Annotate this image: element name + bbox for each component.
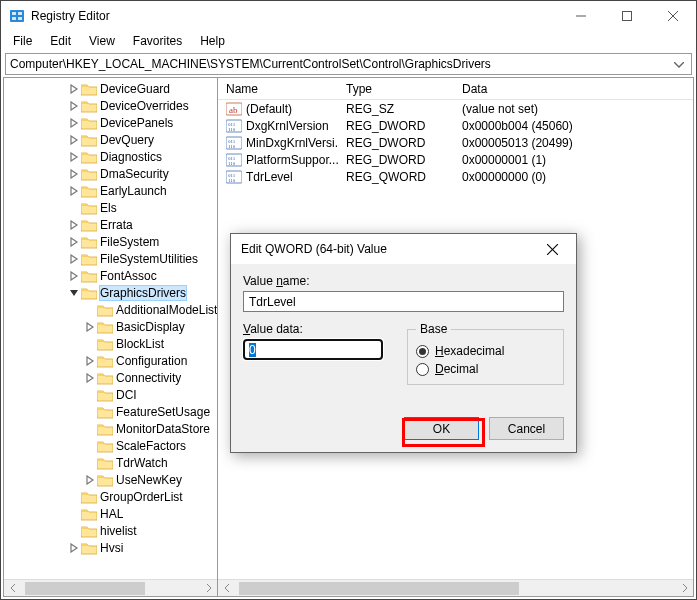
col-header-data[interactable]: Data	[454, 78, 693, 99]
radio-decimal[interactable]: Decimal	[416, 362, 555, 376]
maximize-button[interactable]	[604, 1, 650, 31]
tree-item[interactable]: hivelist	[4, 522, 217, 539]
tree-item-label: DeviceOverrides	[100, 99, 189, 113]
radio-icon[interactable]	[416, 363, 429, 376]
value-name-input[interactable]	[243, 291, 564, 312]
tree-item-label: hivelist	[100, 524, 137, 538]
address-text[interactable]: Computer\HKEY_LOCAL_MACHINE\SYSTEM\Curre…	[10, 57, 671, 71]
chevron-right-icon[interactable]	[68, 542, 80, 554]
folder-icon	[81, 116, 97, 130]
svg-rect-6	[623, 12, 632, 21]
ok-button[interactable]: OK	[404, 417, 479, 440]
tree-item[interactable]: FontAssoc	[4, 267, 217, 284]
chevron-right-icon[interactable]	[68, 219, 80, 231]
dialog-title: Edit QWORD (64-bit) Value	[241, 242, 530, 256]
scroll-left-icon[interactable]	[4, 580, 21, 597]
scrollbar-thumb[interactable]	[239, 582, 519, 595]
folder-icon	[97, 320, 113, 334]
tree-item[interactable]: FileSystem	[4, 233, 217, 250]
tree-item[interactable]: FileSystemUtilities	[4, 250, 217, 267]
tree-item[interactable]: Els	[4, 199, 217, 216]
chevron-right-icon[interactable]	[84, 355, 96, 367]
list-horizontal-scrollbar[interactable]	[218, 579, 693, 596]
tree-item[interactable]: GraphicsDrivers	[4, 284, 217, 301]
value-row[interactable]: TdrLevelREG_QWORD0x00000000 (0)	[218, 168, 693, 185]
chevron-right-icon[interactable]	[68, 100, 80, 112]
tree-item[interactable]: DeviceOverrides	[4, 97, 217, 114]
chevron-right-icon[interactable]	[68, 151, 80, 163]
folder-icon	[81, 252, 97, 266]
chevron-right-icon[interactable]	[84, 474, 96, 486]
menu-edit[interactable]: Edit	[42, 32, 79, 50]
menu-file[interactable]: File	[5, 32, 40, 50]
chevron-right-icon[interactable]	[68, 83, 80, 95]
tree-item-label: FeatureSetUsage	[116, 405, 210, 419]
menu-help[interactable]: Help	[192, 32, 233, 50]
tree-item[interactable]: Configuration	[4, 352, 217, 369]
tree-item[interactable]: TdrWatch	[4, 454, 217, 471]
tree-item-label: Errata	[100, 218, 133, 232]
tree-item[interactable]: DmaSecurity	[4, 165, 217, 182]
chevron-right-icon[interactable]	[68, 168, 80, 180]
tree-item[interactable]: BlockList	[4, 335, 217, 352]
col-header-type[interactable]: Type	[338, 78, 454, 99]
tree-item[interactable]: GroupOrderList	[4, 488, 217, 505]
tree-item[interactable]: DevicePanels	[4, 114, 217, 131]
chevron-right-icon[interactable]	[68, 185, 80, 197]
folder-icon	[81, 507, 97, 521]
address-dropdown-icon[interactable]	[671, 57, 687, 71]
tree-item[interactable]: HAL	[4, 505, 217, 522]
value-row[interactable]: DxgKrnlVersionREG_DWORD0x0000b004 (45060…	[218, 117, 693, 134]
tree-item[interactable]: FeatureSetUsage	[4, 403, 217, 420]
menu-favorites[interactable]: Favorites	[125, 32, 190, 50]
tree-item[interactable]: Diagnostics	[4, 148, 217, 165]
tree-item[interactable]: MonitorDataStore	[4, 420, 217, 437]
tree-item[interactable]: DevQuery	[4, 131, 217, 148]
value-data-input[interactable]	[243, 339, 383, 360]
tree-item[interactable]: EarlyLaunch	[4, 182, 217, 199]
value-row[interactable]: PlatformSuppor...REG_DWORD0x00000001 (1)	[218, 151, 693, 168]
value-row[interactable]: MinDxgKrnlVersi...REG_DWORD0x00005013 (2…	[218, 134, 693, 151]
chevron-right-icon[interactable]	[68, 270, 80, 282]
tree[interactable]: DeviceGuardDeviceOverridesDevicePanelsDe…	[4, 78, 217, 579]
menu-view[interactable]: View	[81, 32, 123, 50]
folder-icon	[97, 337, 113, 351]
folder-icon	[97, 388, 113, 402]
radio-icon[interactable]	[416, 345, 429, 358]
chevron-right-icon[interactable]	[68, 134, 80, 146]
tree-item[interactable]: UseNewKey	[4, 471, 217, 488]
address-bar[interactable]: Computer\HKEY_LOCAL_MACHINE\SYSTEM\Curre…	[5, 53, 692, 75]
tree-item[interactable]: BasicDisplay	[4, 318, 217, 335]
chevron-right-icon[interactable]	[84, 321, 96, 333]
scrollbar-thumb[interactable]	[25, 582, 145, 595]
tree-item-label: EarlyLaunch	[100, 184, 167, 198]
cancel-button[interactable]: Cancel	[489, 417, 564, 440]
folder-icon	[97, 354, 113, 368]
tree-item[interactable]: DCI	[4, 386, 217, 403]
chevron-right-icon[interactable]	[68, 117, 80, 129]
tree-item-label: Configuration	[116, 354, 187, 368]
folder-icon	[81, 150, 97, 164]
col-header-name[interactable]: Name	[218, 78, 338, 99]
scroll-right-icon[interactable]	[676, 580, 693, 597]
tree-item[interactable]: Connectivity	[4, 369, 217, 386]
chevron-right-icon[interactable]	[68, 236, 80, 248]
scroll-left-icon[interactable]	[218, 580, 235, 597]
dialog-close-button[interactable]	[530, 235, 574, 263]
chevron-right-icon[interactable]	[84, 372, 96, 384]
tree-horizontal-scrollbar[interactable]	[4, 579, 217, 596]
chevron-right-icon[interactable]	[68, 253, 80, 265]
folder-icon	[81, 541, 97, 555]
value-row[interactable]: (Default)REG_SZ(value not set)	[218, 100, 693, 117]
tree-item[interactable]: Errata	[4, 216, 217, 233]
tree-item[interactable]: ScaleFactors	[4, 437, 217, 454]
chevron-down-icon[interactable]	[68, 287, 80, 299]
tree-item[interactable]: AdditionalModeLists	[4, 301, 217, 318]
value-name: TdrLevel	[246, 170, 293, 184]
scroll-right-icon[interactable]	[200, 580, 217, 597]
close-button[interactable]	[650, 1, 696, 31]
radio-hexadecimal[interactable]: Hexadecimal	[416, 344, 555, 358]
tree-item[interactable]: DeviceGuard	[4, 80, 217, 97]
minimize-button[interactable]	[558, 1, 604, 31]
tree-item[interactable]: Hvsi	[4, 539, 217, 556]
